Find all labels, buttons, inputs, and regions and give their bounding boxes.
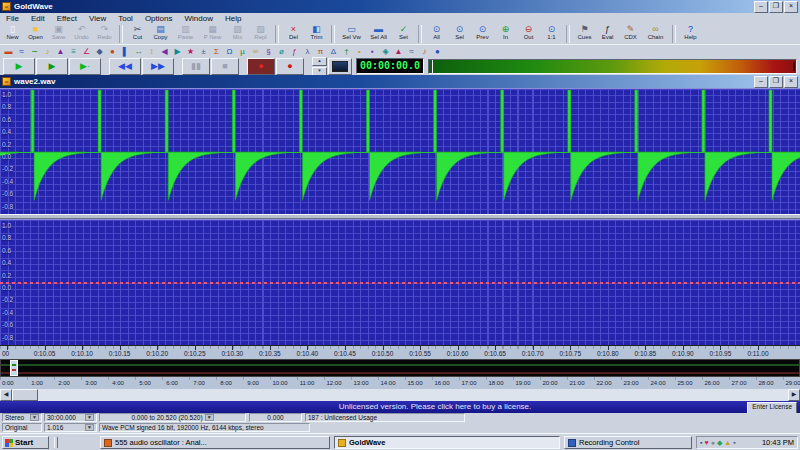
in-button[interactable]: ⊕In bbox=[494, 24, 517, 43]
tray-icon-3[interactable]: ● bbox=[711, 438, 715, 447]
effect-tool-icon-11[interactable]: ↔ bbox=[132, 46, 145, 57]
effect-tool-icon-15[interactable]: ★ bbox=[184, 46, 197, 57]
effect-tool-icon-4[interactable]: ♪ bbox=[41, 46, 54, 57]
tray-icon-1[interactable]: ▪ bbox=[700, 438, 702, 447]
menu-edit[interactable]: Edit bbox=[25, 13, 51, 24]
open-button[interactable]: ■Open bbox=[24, 24, 47, 43]
effect-tool-icon-20[interactable]: ∞ bbox=[249, 46, 262, 57]
effect-tool-icon-29[interactable]: ▪ bbox=[366, 46, 379, 57]
effect-tool-icon-18[interactable]: Ω bbox=[223, 46, 236, 57]
doc-maximize-icon[interactable]: ❒ bbox=[769, 76, 783, 88]
overview-bar[interactable] bbox=[0, 359, 800, 377]
maximize-icon[interactable]: ❒ bbox=[769, 1, 783, 13]
cut-button[interactable]: ✂Cut bbox=[126, 24, 149, 43]
effect-tool-icon-23[interactable]: ƒ bbox=[288, 46, 301, 57]
record-monitor-button[interactable]: ● bbox=[247, 58, 275, 75]
scroll-left-icon[interactable]: ◀ bbox=[0, 389, 12, 401]
start-button[interactable]: Start bbox=[2, 436, 49, 449]
effect-tool-icon-19[interactable]: µ bbox=[236, 46, 249, 57]
chevron-down-icon[interactable]: ▼ bbox=[30, 414, 39, 421]
doc-close-icon[interactable]: × bbox=[784, 76, 798, 88]
effect-tool-icon-3[interactable]: ∼ bbox=[28, 46, 41, 57]
all-button[interactable]: ⊙All bbox=[425, 24, 448, 43]
monitor-button[interactable] bbox=[328, 58, 352, 75]
effect-tool-icon-34[interactable]: ● bbox=[431, 46, 444, 57]
close-icon[interactable]: × bbox=[784, 1, 798, 13]
tray-icon-4[interactable]: ◆ bbox=[717, 438, 722, 447]
menu-tool[interactable]: Tool bbox=[112, 13, 139, 24]
menu-view[interactable]: View bbox=[83, 13, 112, 24]
license-message[interactable]: Unlicensed version. Please click here to… bbox=[269, 401, 532, 413]
help-button[interactable]: ?Help bbox=[679, 24, 702, 43]
tray-icon-2[interactable]: ♥ bbox=[704, 438, 708, 447]
chevron-down-icon[interactable]: ▼ bbox=[85, 414, 94, 421]
1-1-button[interactable]: ⊙1:1 bbox=[540, 24, 563, 43]
effect-tool-icon-21[interactable]: § bbox=[262, 46, 275, 57]
play-all-button[interactable]: ▶ bbox=[36, 58, 68, 75]
menu-effect[interactable]: Effect bbox=[51, 13, 83, 24]
scrollbar-thumb[interactable] bbox=[12, 389, 38, 401]
effect-tool-icon-2[interactable]: ≈ bbox=[15, 46, 28, 57]
trim-button[interactable]: ◧Trim bbox=[305, 24, 328, 43]
zoom-level-select[interactable]: 1.016▼ bbox=[44, 423, 97, 432]
effect-tool-icon-27[interactable]: † bbox=[340, 46, 353, 57]
goldwave-app-icon[interactable]: ≈ bbox=[2, 2, 11, 11]
effect-tool-icon-1[interactable]: ▬ bbox=[2, 46, 15, 57]
doc-minimize-icon[interactable]: – bbox=[754, 76, 768, 88]
effect-tool-icon-22[interactable]: ø bbox=[275, 46, 288, 57]
menu-file[interactable]: File bbox=[0, 13, 25, 24]
play-fast-button[interactable]: ▶· bbox=[69, 58, 101, 75]
channel-mode-select[interactable]: Stereo▼ bbox=[2, 413, 42, 422]
effect-tool-icon-14[interactable]: ▶ bbox=[171, 46, 184, 57]
tray-icon-5[interactable]: ▲ bbox=[724, 438, 731, 447]
sel-button[interactable]: ⊙Sel bbox=[448, 24, 471, 43]
cdx-button[interactable]: ✎CDX bbox=[619, 24, 642, 43]
left-channel-waveform[interactable]: 1.00.80.60.40.20.0-0.2-0.4-0.6-0.8 bbox=[0, 88, 800, 214]
effect-tool-icon-8[interactable]: ◆ bbox=[93, 46, 106, 57]
scroll-right-icon[interactable]: ▶ bbox=[788, 389, 800, 401]
time-axis[interactable]: 000:10.050:10.100:10.150:10.200:10.250:1… bbox=[0, 345, 800, 359]
play-button[interactable]: ▶ bbox=[3, 58, 35, 75]
effect-tool-icon-17[interactable]: Σ bbox=[210, 46, 223, 57]
rewind-button[interactable]: ◀◀ bbox=[109, 58, 141, 75]
new-button[interactable]: ▯New bbox=[1, 24, 24, 43]
effect-tool-icon-10[interactable]: ▌ bbox=[119, 46, 132, 57]
menu-options[interactable]: Options bbox=[139, 13, 179, 24]
taskbar-task-555[interactable]: 555 audio oscillator : Anal... bbox=[100, 436, 330, 449]
sel-all-button[interactable]: ▬Sel All bbox=[365, 24, 392, 43]
sel-vw-button[interactable]: ▭Sel Vw bbox=[338, 24, 365, 43]
copy-button[interactable]: ▤Copy bbox=[149, 24, 172, 43]
chain-button[interactable]: ∞Chain bbox=[642, 24, 669, 43]
effect-tool-icon-5[interactable]: ▲ bbox=[54, 46, 67, 57]
taskbar-task-goldwave[interactable]: GoldWave bbox=[334, 436, 560, 449]
effect-tool-icon-26[interactable]: Δ bbox=[327, 46, 340, 57]
license-banner[interactable]: Unlicensed version. Please click here to… bbox=[0, 401, 800, 413]
taskbar-task-recording[interactable]: Recording Control bbox=[564, 436, 692, 449]
effect-tool-icon-12[interactable]: ↕ bbox=[145, 46, 158, 57]
effect-tool-icon-24[interactable]: λ bbox=[301, 46, 314, 57]
out-button[interactable]: ⊖Out bbox=[517, 24, 540, 43]
effect-tool-icon-25[interactable]: π bbox=[314, 46, 327, 57]
fast-forward-button[interactable]: ▶▶ bbox=[142, 58, 174, 75]
menu-help[interactable]: Help bbox=[219, 13, 247, 24]
effect-tool-icon-28[interactable]: • bbox=[353, 46, 366, 57]
effect-tool-icon-33[interactable]: ♪ bbox=[418, 46, 431, 57]
chevron-down-icon[interactable]: ▼ bbox=[205, 414, 214, 421]
effect-tool-icon-16[interactable]: ± bbox=[197, 46, 210, 57]
eval-button[interactable]: ƒEval bbox=[596, 24, 619, 43]
horizontal-scrollbar[interactable]: ◀ ▶ bbox=[0, 389, 800, 401]
effect-tool-icon-31[interactable]: ▲ bbox=[392, 46, 405, 57]
effect-tool-icon-9[interactable]: ● bbox=[106, 46, 119, 57]
effect-tool-icon-13[interactable]: ◀ bbox=[158, 46, 171, 57]
minimize-icon[interactable]: – bbox=[754, 1, 768, 13]
del-button[interactable]: ×Del bbox=[282, 24, 305, 43]
tray-icon-6[interactable]: ▪ bbox=[733, 438, 735, 447]
effect-tool-icon-6[interactable]: ≡ bbox=[67, 46, 80, 57]
effect-tool-icon-30[interactable]: ◈ bbox=[379, 46, 392, 57]
chevron-down-icon[interactable]: ▼ bbox=[85, 424, 94, 431]
prev-button[interactable]: ⊙Prev bbox=[471, 24, 494, 43]
effect-tool-icon-32[interactable]: ≈ bbox=[405, 46, 418, 57]
menu-window[interactable]: Window bbox=[178, 13, 218, 24]
selection-range-select[interactable]: 0.000 to 20.520 (20.520)▼ bbox=[99, 413, 246, 422]
set-button[interactable]: ✓Set bbox=[392, 24, 415, 43]
